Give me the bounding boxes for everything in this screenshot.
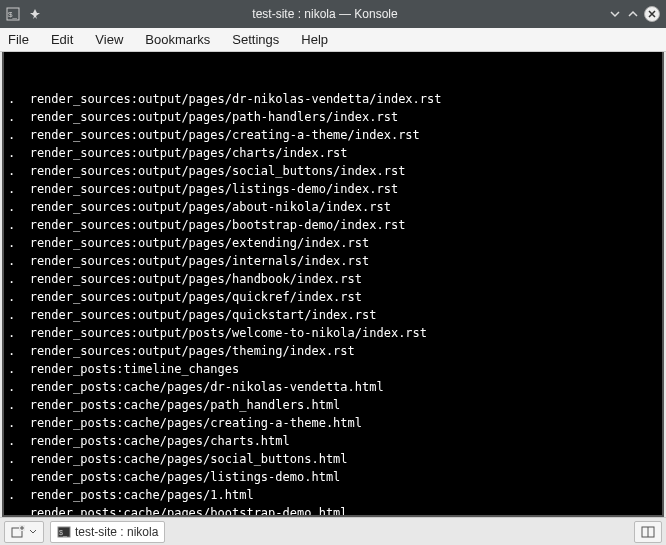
pin-icon[interactable]	[28, 7, 42, 21]
terminal-line: . render_sources:output/pages/social_but…	[8, 162, 658, 180]
app-icon: $_	[6, 7, 20, 21]
menu-help[interactable]: Help	[301, 32, 328, 47]
terminal-line: . render_posts:cache/pages/listings-demo…	[8, 468, 658, 486]
terminal-line: . render_posts:cache/pages/dr-nikolas-ve…	[8, 378, 658, 396]
terminal-line: . render_posts:cache/pages/social_button…	[8, 450, 658, 468]
menu-bookmarks[interactable]: Bookmarks	[145, 32, 210, 47]
terminal-icon: $_	[57, 525, 71, 539]
window-title: test-site : nikola — Konsole	[42, 7, 608, 21]
svg-text:$_: $_	[59, 529, 67, 537]
svg-text:$_: $_	[8, 10, 17, 19]
menu-file[interactable]: File	[8, 32, 29, 47]
menu-settings[interactable]: Settings	[232, 32, 279, 47]
terminal-line: . render_sources:output/pages/extending/…	[8, 234, 658, 252]
terminal-line: . render_sources:output/pages/dr-nikolas…	[8, 90, 658, 108]
terminal-output[interactable]: . render_sources:output/pages/dr-nikolas…	[2, 52, 664, 517]
terminal-line: . render_sources:output/pages/charts/ind…	[8, 144, 658, 162]
maximize-button[interactable]	[626, 7, 640, 21]
terminal-line: . render_posts:cache/pages/bootstrap-dem…	[8, 504, 658, 517]
tab-test-site[interactable]: $_ test-site : nikola	[50, 521, 165, 543]
terminal-line: . render_sources:output/posts/welcome-to…	[8, 324, 658, 342]
terminal-line: . render_sources:output/pages/path-handl…	[8, 108, 658, 126]
menu-view[interactable]: View	[95, 32, 123, 47]
terminal-line: . render_sources:output/pages/about-niko…	[8, 198, 658, 216]
menubar: File Edit View Bookmarks Settings Help	[0, 28, 666, 52]
menu-edit[interactable]: Edit	[51, 32, 73, 47]
terminal-line: . render_posts:cache/pages/charts.html	[8, 432, 658, 450]
terminal-line: . render_posts:cache/pages/1.html	[8, 486, 658, 504]
minimize-button[interactable]	[608, 7, 622, 21]
terminal-line: . render_sources:output/pages/theming/in…	[8, 342, 658, 360]
terminal-line: . render_posts:cache/pages/path_handlers…	[8, 396, 658, 414]
terminal-line: . render_posts:cache/pages/creating-a-th…	[8, 414, 658, 432]
terminal-line: . render_sources:output/pages/quickstart…	[8, 306, 658, 324]
statusbar: $_ test-site : nikola	[0, 517, 666, 545]
chevron-down-icon	[29, 528, 37, 536]
terminal-line: . render_posts:timeline_changes	[8, 360, 658, 378]
terminal-line: . render_sources:output/pages/creating-a…	[8, 126, 658, 144]
titlebar: $_ test-site : nikola — Konsole	[0, 0, 666, 28]
tab-label: test-site : nikola	[75, 525, 158, 539]
terminal-line: . render_sources:output/pages/internals/…	[8, 252, 658, 270]
terminal-line: . render_sources:output/pages/handbook/i…	[8, 270, 658, 288]
split-view-button[interactable]	[634, 521, 662, 543]
close-button[interactable]	[644, 6, 660, 22]
terminal-line: . render_sources:output/pages/quickref/i…	[8, 288, 658, 306]
new-tab-button[interactable]	[4, 521, 44, 543]
terminal-line: . render_sources:output/pages/listings-d…	[8, 180, 658, 198]
terminal-line: . render_sources:output/pages/bootstrap-…	[8, 216, 658, 234]
